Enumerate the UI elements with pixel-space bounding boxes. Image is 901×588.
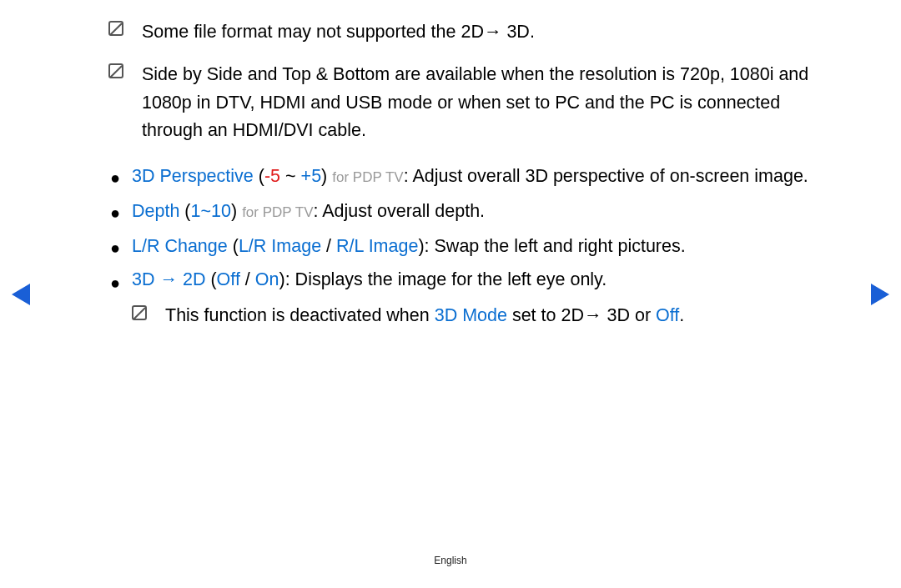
footer-language: English (0, 555, 901, 566)
note-icon (108, 63, 123, 78)
depth-tag: for PDP TV (242, 204, 313, 220)
item-3d-perspective: ● 3D Perspective (-5 ~ +5) for PDP TV: A… (108, 159, 809, 194)
conv-close: ) (279, 269, 284, 289)
note-2-and: and (248, 64, 278, 84)
lr-opt2: R/L Image (336, 236, 418, 256)
lr-opt1: L/R Image (239, 236, 321, 256)
subnote-b: set to (507, 305, 561, 325)
item-lr-change: ● L/R Change (L/R Image / R/L Image): Sw… (108, 229, 809, 264)
conv-slash: / (240, 269, 255, 289)
perspective-close: ) (321, 166, 327, 186)
conv-label: 3D → 2D (132, 269, 205, 289)
note-2-a: Side by Side (142, 64, 243, 84)
note-2: Side by Side and Top & Bottom are availa… (108, 61, 809, 144)
lr-close: ) (418, 236, 424, 256)
perspective-tag: for PDP TV (332, 169, 403, 185)
sub-note: This function is deactivated when 3D Mod… (132, 302, 809, 329)
perspective-sep: ~ (280, 166, 301, 186)
note-2-b: Top & Bottom (282, 64, 390, 84)
lr-label: L/R Change (132, 236, 228, 256)
lr-slash: / (321, 236, 336, 256)
conv-desc: : Displays the image for the left eye on… (285, 269, 607, 289)
subnote-a: This function is deactivated when (165, 305, 435, 325)
perspective-label: 3D Perspective (132, 166, 254, 186)
depth-range: 1~10 (191, 201, 231, 221)
subnote-m2: 2D→ 3D (561, 305, 629, 325)
depth-close: ) (231, 201, 237, 221)
item-3d-2d: ● 3D → 2D (Off / On): Displays the image… (108, 264, 809, 329)
note-1-text: Some file format may not supported the (142, 22, 456, 42)
note-icon (108, 21, 123, 36)
depth-desc: : Adjust overall depth. (313, 201, 485, 221)
nav-next-icon[interactable] (871, 284, 889, 305)
conv-open: ( (210, 269, 216, 289)
conv-on: On (255, 269, 279, 289)
item-depth: ● Depth (1~10) for PDP TV: Adjust overal… (108, 194, 809, 229)
nav-prev-icon[interactable] (12, 284, 30, 305)
depth-open: ( (184, 201, 190, 221)
conv-off: Off (217, 269, 240, 289)
depth-label: Depth (132, 201, 179, 221)
settings-list: ● 3D Perspective (-5 ~ +5) for PDP TV: A… (108, 159, 809, 329)
perspective-open: ( (259, 166, 264, 186)
perspective-neg: -5 (264, 166, 280, 186)
lr-desc: : Swap the left and right pictures. (425, 236, 686, 256)
note-1: Some file format may not supported the 2… (108, 18, 809, 46)
subnote-end: . (679, 305, 684, 325)
manual-content: Some file format may not supported the 2… (108, 18, 809, 329)
subnote-off: Off (656, 305, 679, 325)
subnote-or: or (635, 305, 656, 325)
note-1-mode: 2D→ 3D (461, 22, 529, 42)
perspective-pos: +5 (301, 166, 322, 186)
perspective-desc: : Adjust overall 3D perspective of on-sc… (404, 166, 808, 186)
subnote-mode: 3D Mode (435, 305, 507, 325)
note-icon (132, 305, 147, 320)
lr-open: ( (233, 236, 239, 256)
note-1-end: . (530, 22, 535, 42)
